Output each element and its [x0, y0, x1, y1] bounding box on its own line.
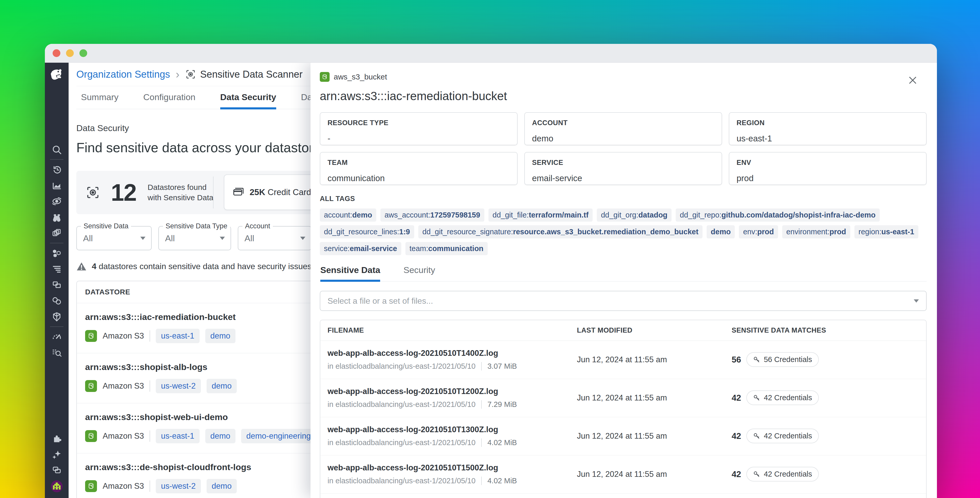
layers-icon[interactable]: [49, 225, 65, 241]
chat-icon[interactable]: [49, 462, 65, 478]
field-value: demo: [532, 134, 714, 144]
shield-box-icon[interactable]: [49, 309, 65, 325]
maximize-window-button[interactable]: [80, 49, 87, 57]
filter-list-icon[interactable]: [49, 261, 65, 277]
tag-chip[interactable]: us-east-1: [156, 329, 199, 343]
watchdog-icon[interactable]: [49, 193, 65, 209]
filter-account[interactable]: Account All: [238, 226, 312, 250]
tag[interactable]: service:email-service: [320, 242, 401, 255]
amazon-s3-icon: [85, 380, 97, 392]
tab-data-security[interactable]: Data Security: [220, 92, 276, 109]
chevron-down-icon: [220, 236, 225, 240]
file-row[interactable]: web-app-alb-access-log-20210510T1200Z.lo…: [320, 379, 926, 417]
resource-arn-title: arn:aws:s3:::iac-remediation-bucket: [320, 89, 927, 103]
tag-chip[interactable]: us-west-2: [156, 479, 200, 493]
file-row[interactable]: web-app-alb-access-log-20210510T1500Z.lo…: [320, 455, 926, 493]
col-filename: FILENAME: [328, 326, 577, 334]
tag-chip[interactable]: demo-engineering: [241, 429, 316, 443]
datastore-count-label: Datastores found with Sensitive Data: [148, 182, 213, 203]
panel-tabs: Sensitive Data Security: [320, 265, 927, 281]
match-badge[interactable]: 42 Credentials: [746, 429, 819, 443]
file-select-dropdown[interactable]: Select a file or a set of files...: [320, 291, 927, 311]
tag[interactable]: aws_account:172597598159: [380, 209, 484, 222]
field-resource-type: RESOURCE TYPE -: [320, 112, 518, 145]
match-badge[interactable]: 56 Credentials: [746, 352, 819, 367]
datastore-service: Amazon S3: [103, 431, 144, 441]
field-value: -: [328, 134, 510, 144]
tag-chip[interactable]: demo: [207, 479, 237, 493]
tag-value: 172597598159: [430, 211, 480, 219]
tag[interactable]: team:communication: [406, 242, 488, 255]
close-icon[interactable]: [907, 75, 918, 86]
tag-key: dd_git_org:: [601, 211, 638, 219]
all-tags-list: account:demo aws_account:172597598159 dd…: [320, 209, 927, 255]
match-badge[interactable]: 42 Credentials: [746, 390, 819, 405]
history-icon[interactable]: [49, 161, 65, 177]
minimize-window-button[interactable]: [66, 49, 74, 57]
amazon-s3-icon: [85, 430, 97, 442]
files-table-header: FILENAME LAST MODIFIED SENSITIVE DATA MA…: [320, 320, 926, 341]
tab-configuration[interactable]: Configuration: [143, 92, 195, 109]
tag[interactable]: dd_git_resource_lines:1:9: [320, 225, 414, 238]
apps-icon[interactable]: [49, 277, 65, 293]
browser-window: Organization Settings › Sensitive Data S…: [45, 44, 937, 498]
tag[interactable]: dd_git_file:terraform/main.tf: [488, 209, 593, 222]
field-region: REGION us-east-1: [729, 112, 927, 145]
tag[interactable]: dd_git_org:datadog: [597, 209, 671, 222]
field-value: us-east-1: [737, 134, 919, 144]
tag[interactable]: environment:prod: [782, 225, 850, 238]
match-badge[interactable]: 42 Credentials: [746, 467, 819, 482]
tag[interactable]: env:prod: [739, 225, 778, 238]
amazon-s3-icon: [85, 480, 97, 492]
tag[interactable]: dd_git_resource_signature:resource.aws_s…: [418, 225, 703, 238]
files-table: FILENAME LAST MODIFIED SENSITIVE DATA MA…: [320, 320, 927, 498]
metrics-chart-icon[interactable]: [49, 177, 65, 193]
tag[interactable]: dd_git_repo:github.com/datadog/shopist-i…: [676, 209, 880, 222]
gauge-icon[interactable]: [49, 329, 65, 345]
tab-summary[interactable]: Summary: [81, 92, 118, 109]
datadog-logo[interactable]: [48, 65, 66, 84]
tag-chip[interactable]: us-east-1: [156, 429, 199, 443]
tag-value: 1:9: [399, 228, 410, 236]
filter-sensitive-data[interactable]: Sensitive Data All: [76, 226, 152, 250]
breadcrumb-org-settings-link[interactable]: Organization Settings: [76, 69, 170, 80]
sparkles-icon[interactable]: [49, 446, 65, 462]
tag-chip[interactable]: demo: [207, 379, 237, 393]
file-row[interactable]: web-app-alb-access-log-20210510T1300Z.lo…: [320, 417, 926, 455]
close-window-button[interactable]: [52, 49, 60, 57]
link-icon[interactable]: [49, 293, 65, 309]
tag[interactable]: region:us-east-1: [854, 225, 918, 238]
puzzle-icon[interactable]: [49, 430, 65, 446]
field-label: ACCOUNT: [532, 119, 714, 127]
tag-value: us-east-1: [881, 228, 914, 236]
search-icon[interactable]: [49, 142, 65, 158]
stats-line1: Datastores found: [148, 183, 206, 192]
binoculars-icon[interactable]: [49, 209, 65, 225]
tag-value: datadog: [638, 211, 667, 219]
tag-chip[interactable]: demo: [205, 429, 236, 443]
file-row[interactable]: web-app-alb-access-log-20210510T1400Z.lo…: [320, 341, 926, 379]
hexagons-icon[interactable]: [49, 245, 65, 261]
user-avatar[interactable]: [49, 478, 65, 495]
file-path: in elasticloadbalancing/us-east-1/2021/0…: [328, 400, 476, 409]
filter-value: All: [77, 233, 93, 243]
window-titlebar[interactable]: [45, 44, 937, 63]
field-service: SERVICE email-service: [524, 152, 722, 185]
datastore-service: Amazon S3: [103, 482, 144, 491]
file-name: web-app-alb-access-log-20210510T1200Z.lo…: [328, 387, 577, 396]
tab-sensitive-data[interactable]: Sensitive Data: [320, 265, 380, 281]
file-row[interactable]: User_Database_Backup_Info_2023-12-30.sql…: [320, 493, 926, 498]
file-size: 4.02 MiB: [481, 477, 517, 485]
filter-sensitive-data-type[interactable]: Sensitive Data Type All: [158, 226, 231, 250]
log-search-icon[interactable]: [49, 345, 65, 361]
tag[interactable]: account:demo: [320, 209, 376, 222]
tab-security[interactable]: Security: [403, 265, 435, 281]
tag[interactable]: demo: [706, 225, 735, 238]
tag-chip[interactable]: demo: [205, 329, 236, 343]
key-icon: [753, 471, 760, 478]
col-last-modified: LAST MODIFIED: [577, 326, 732, 334]
tag-value: communication: [428, 244, 483, 252]
scanner-icon: [185, 69, 196, 80]
tag-chip[interactable]: us-west-2: [156, 379, 200, 393]
tag-value: prod: [757, 228, 774, 236]
